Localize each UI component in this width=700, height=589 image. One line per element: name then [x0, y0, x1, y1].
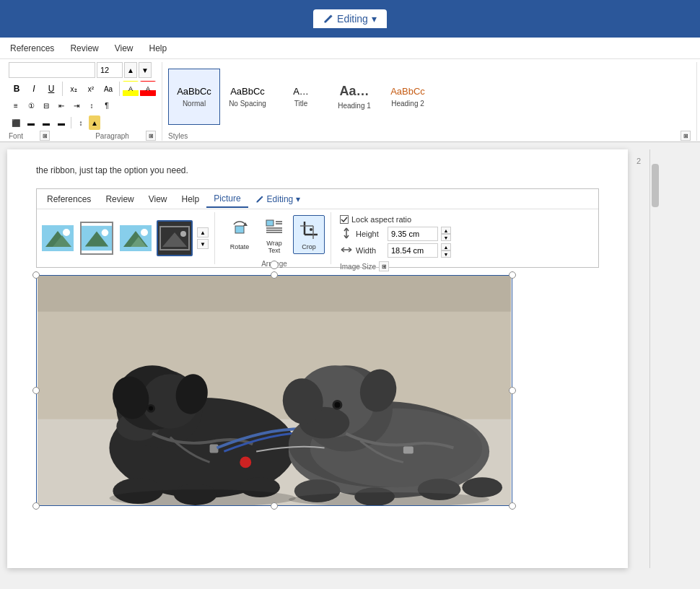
- scroll-thumb[interactable]: [652, 164, 659, 207]
- show-hide-button[interactable]: ¶: [100, 98, 114, 113]
- decrease-indent-button[interactable]: ⇤: [54, 98, 69, 113]
- underline-button[interactable]: U: [43, 81, 59, 97]
- tab-help[interactable]: Help: [142, 40, 175, 56]
- superscript-button[interactable]: x²: [83, 81, 99, 97]
- font-section: ▲ ▼ B I U x₂ x² Aa A A: [3, 62, 162, 141]
- height-up-btn[interactable]: ▲: [441, 227, 451, 234]
- editing-tab-titlebar[interactable]: Editing ▾: [313, 9, 387, 28]
- pic-styles-down[interactable]: ▼: [197, 239, 209, 249]
- style-title-label: Title: [294, 100, 308, 108]
- wrap-text-button[interactable]: WrapText: [258, 212, 290, 257]
- tab-references[interactable]: References: [3, 40, 61, 56]
- increase-indent-button[interactable]: ⇥: [69, 98, 84, 113]
- width-input[interactable]: [388, 243, 438, 258]
- italic-button[interactable]: I: [26, 81, 42, 97]
- image-size-expand-btn[interactable]: ⊞: [379, 261, 389, 271]
- font-size-decrease-btn[interactable]: ▼: [139, 62, 152, 78]
- width-up-btn[interactable]: ▲: [441, 243, 451, 250]
- bold-button[interactable]: B: [9, 81, 25, 97]
- para-expand-button[interactable]: ⊞: [146, 131, 156, 141]
- inner-tab-view[interactable]: View: [141, 191, 175, 207]
- rotate-label: Rotate: [230, 243, 250, 250]
- inner-ribbon: References Review View Help Picture: [36, 188, 599, 268]
- rotate-button[interactable]: Rotate: [224, 216, 255, 253]
- inner-tab-picture[interactable]: Picture: [206, 191, 248, 208]
- style-title[interactable]: A… Title: [275, 69, 327, 125]
- tab-review[interactable]: Review: [63, 40, 105, 56]
- alignment-row: ⬛ ▬ ▬ ▬ ↕ ▲: [9, 115, 156, 130]
- numbering-button[interactable]: ①: [24, 98, 38, 113]
- style-normal-preview: AaBbCc: [177, 86, 211, 97]
- justify-button[interactable]: ▬: [54, 115, 69, 130]
- dog-photo[interactable]: [36, 275, 512, 506]
- inner-tab-references[interactable]: References: [40, 191, 98, 207]
- picture-style-3[interactable]: [118, 220, 154, 256]
- height-spinner: ▲ ▼: [441, 227, 451, 241]
- picture-style-1[interactable]: [40, 220, 76, 256]
- word-app: Editing ▾ References Review View Help ▲ …: [0, 0, 700, 589]
- picture-style-4-selected[interactable]: [157, 220, 193, 256]
- style-no-spacing-label: No Spacing: [229, 100, 266, 108]
- line-spacing-button[interactable]: ↕: [74, 115, 88, 130]
- picture-style-2[interactable]: [79, 220, 115, 256]
- align-left-button[interactable]: ⬛: [9, 115, 23, 130]
- font-size-increase-btn[interactable]: ▲: [124, 62, 137, 78]
- align-right-button[interactable]: ▬: [39, 115, 53, 130]
- inner-tab-editing[interactable]: Editing ▾: [248, 191, 308, 207]
- handle-tr[interactable]: [509, 271, 516, 279]
- handle-br[interactable]: [509, 502, 516, 510]
- width-down-btn[interactable]: ▼: [441, 250, 451, 258]
- handle-ml[interactable]: [32, 387, 40, 394]
- bullets-button[interactable]: ≡: [9, 98, 23, 113]
- font-size-input[interactable]: [97, 62, 123, 78]
- lock-aspect-checkbox[interactable]: [340, 215, 349, 224]
- font-section-footer: Font ⊞ Paragraph ⊞: [9, 131, 156, 141]
- inner-editing-label: Editing: [267, 194, 294, 204]
- title-bar: Editing ▾: [0, 0, 700, 38]
- handle-tm[interactable]: [271, 271, 278, 279]
- para-row: ≡ ① ⊟ ⇤ ⇥ ↕ ¶: [9, 98, 156, 113]
- font-color-button[interactable]: A: [140, 81, 156, 97]
- image-size-label: Image Size: [340, 263, 376, 271]
- rotate-handle[interactable]: [270, 261, 279, 269]
- multilevel-button[interactable]: ⊟: [39, 98, 53, 113]
- case-button[interactable]: Aa: [100, 81, 116, 97]
- width-spinner: ▲ ▼: [441, 243, 451, 258]
- style-normal[interactable]: AaBbCc Normal: [168, 69, 220, 125]
- style-heading1-label: Heading 1: [338, 102, 371, 110]
- image-container: [36, 275, 512, 506]
- font-expand-button[interactable]: ⊞: [40, 131, 50, 141]
- inner-tab-help[interactable]: Help: [175, 191, 207, 207]
- tab-view[interactable]: View: [108, 40, 141, 56]
- shading-button[interactable]: ▲: [89, 115, 100, 130]
- wrap-label: WrapText: [266, 240, 281, 254]
- style-heading2[interactable]: AaBbCc Heading 2: [382, 69, 434, 125]
- inner-tab-review[interactable]: Review: [98, 191, 141, 207]
- scrollbar-right[interactable]: [649, 149, 660, 568]
- sort-button[interactable]: ↕: [84, 98, 99, 113]
- subscript-button[interactable]: x₂: [66, 81, 82, 97]
- align-center-button[interactable]: ▬: [24, 115, 38, 130]
- crop-button[interactable]: Crop: [293, 215, 325, 254]
- style-heading1[interactable]: Aa… Heading 1: [328, 69, 380, 125]
- svg-point-14: [180, 231, 186, 237]
- height-icon: [340, 227, 353, 241]
- handle-bm[interactable]: [271, 502, 278, 510]
- page-number-col: 2: [628, 149, 649, 568]
- handle-tl[interactable]: [32, 271, 40, 279]
- highlight-button[interactable]: A: [123, 81, 139, 97]
- pic-styles-arrows: ▲ ▼: [197, 227, 209, 249]
- handle-bl[interactable]: [32, 502, 40, 510]
- height-input[interactable]: [388, 227, 438, 241]
- style-no-spacing-preview: AaBbCc: [230, 86, 265, 97]
- height-down-btn[interactable]: ▼: [441, 234, 451, 241]
- height-row: Height ▲ ▼: [340, 227, 451, 241]
- font-name-input[interactable]: [9, 62, 95, 78]
- svg-point-6: [102, 230, 109, 237]
- pic-styles-up[interactable]: ▲: [197, 227, 209, 237]
- styles-expand-button[interactable]: ⊞: [681, 131, 691, 141]
- ribbon-toolbar: ▲ ▼ B I U x₂ x² Aa A A: [0, 59, 700, 141]
- svg-point-50: [240, 456, 251, 468]
- style-no-spacing[interactable]: AaBbCc No Spacing: [222, 69, 274, 125]
- handle-mr[interactable]: [509, 387, 516, 394]
